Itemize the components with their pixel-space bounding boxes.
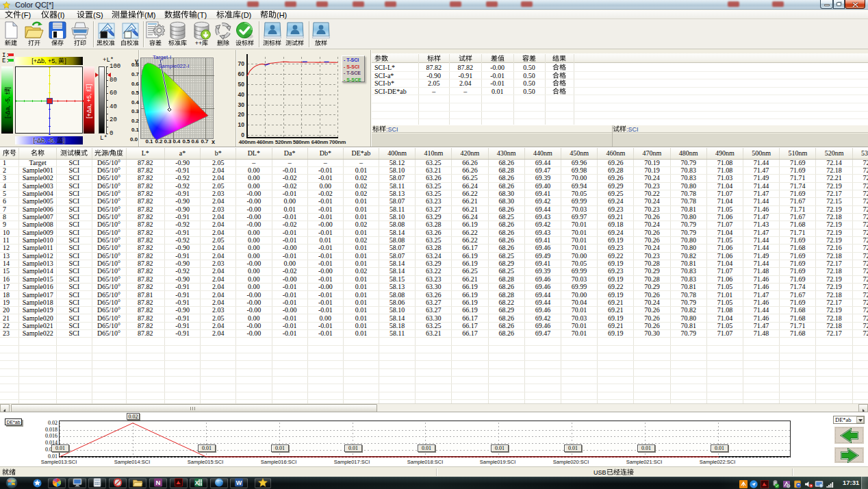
svg-text:W: W [236, 479, 242, 486]
svg-text:N: N [156, 479, 161, 486]
svg-text:X: X [195, 479, 199, 486]
